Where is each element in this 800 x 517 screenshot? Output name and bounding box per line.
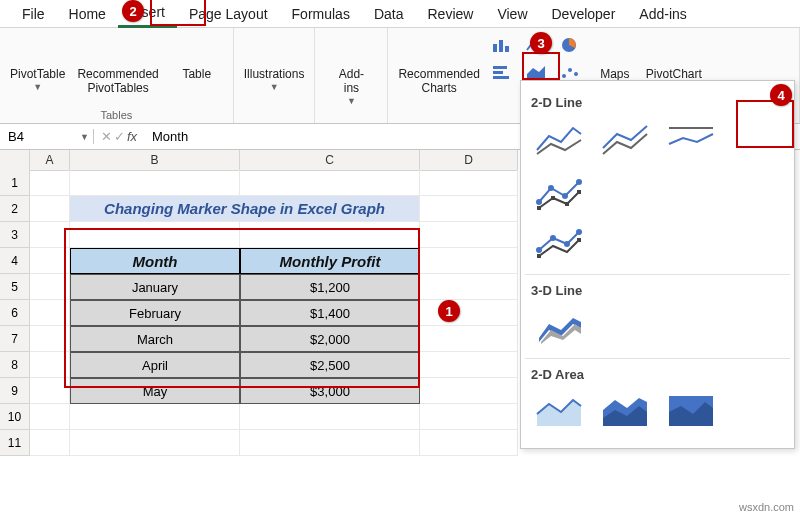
column-chart-button[interactable] (488, 32, 516, 58)
pie-chart-button[interactable] (556, 32, 584, 58)
select-all-corner[interactable] (0, 150, 30, 171)
row-header[interactable]: 9 (0, 378, 30, 404)
cell-d9[interactable] (420, 378, 518, 404)
data-month[interactable]: May (70, 378, 240, 404)
svg-point-36 (562, 193, 568, 199)
header-month[interactable]: Month (70, 248, 240, 274)
data-month[interactable]: January (70, 274, 240, 300)
maps-button[interactable]: Maps (592, 32, 638, 84)
bar-chart-button[interactable] (488, 60, 516, 86)
cell-c11[interactable] (240, 430, 420, 456)
data-month[interactable]: April (70, 352, 240, 378)
cell-d8[interactable] (420, 352, 518, 378)
area-option[interactable] (533, 390, 585, 430)
cell-a5[interactable] (30, 274, 70, 300)
line-with-markers-option[interactable] (533, 172, 585, 212)
svg-point-27 (562, 74, 566, 78)
svg-rect-25 (493, 76, 509, 79)
chevron-down-icon: ▼ (347, 96, 356, 106)
illustrations-button[interactable]: Illustrations ▼ (240, 32, 309, 94)
stacked-area-option[interactable] (599, 390, 651, 430)
tab-formulas[interactable]: Formulas (280, 1, 362, 27)
cell-b11[interactable] (70, 430, 240, 456)
cell-b10[interactable] (70, 404, 240, 430)
data-profit[interactable]: $2,500 (240, 352, 420, 378)
stacked-line-option[interactable] (599, 118, 651, 158)
cell-d11[interactable] (420, 430, 518, 456)
percent-stacked-line-option[interactable] (665, 118, 717, 158)
cell-d6[interactable] (420, 300, 518, 326)
cell-a6[interactable] (30, 300, 70, 326)
stacked-line-markers-option[interactable] (533, 222, 585, 262)
cell-d2[interactable] (420, 196, 518, 222)
cell-b1[interactable] (70, 170, 240, 196)
col-b[interactable]: B (70, 150, 240, 171)
tab-developer[interactable]: Developer (540, 1, 628, 27)
row-header[interactable]: 4 (0, 248, 30, 274)
svg-point-34 (536, 199, 542, 205)
cell-b3[interactable] (70, 222, 240, 248)
tab-home[interactable]: Home (57, 1, 118, 27)
cell-a7[interactable] (30, 326, 70, 352)
confirm-icon: ✓ (114, 129, 125, 144)
data-profit[interactable]: $3,000 (240, 378, 420, 404)
tab-addins[interactable]: Add-ins (627, 1, 698, 27)
addins-button[interactable]: Add- ins ▼ (321, 32, 381, 108)
cell-a11[interactable] (30, 430, 70, 456)
cell-d7[interactable] (420, 326, 518, 352)
tab-data[interactable]: Data (362, 1, 416, 27)
cell-c10[interactable] (240, 404, 420, 430)
cell-a2[interactable] (30, 196, 70, 222)
data-profit[interactable]: $1,400 (240, 300, 420, 326)
tab-file[interactable]: File (10, 1, 57, 27)
cell-a10[interactable] (30, 404, 70, 430)
row-header[interactable]: 7 (0, 326, 30, 352)
rec-charts-button[interactable]: ? Recommended Charts (394, 32, 483, 98)
cell-a1[interactable] (30, 170, 70, 196)
cell-d4[interactable] (420, 248, 518, 274)
section-3d-line: 3-D Line (531, 283, 786, 298)
title-cell[interactable]: Changing Marker Shape in Excel Graph (70, 196, 420, 222)
row-header[interactable]: 11 (0, 430, 30, 456)
cell-d1[interactable] (420, 170, 518, 196)
cell-c3[interactable] (240, 222, 420, 248)
callout-2: 2 (122, 0, 144, 22)
cell-c1[interactable] (240, 170, 420, 196)
percent-area-option[interactable] (665, 390, 717, 430)
row-header[interactable]: 2 (0, 196, 30, 222)
col-c[interactable]: C (240, 150, 420, 171)
svg-rect-19 (493, 44, 497, 52)
cell-a9[interactable] (30, 378, 70, 404)
cell-d5[interactable] (420, 274, 518, 300)
row-header[interactable]: 8 (0, 352, 30, 378)
fx-controls[interactable]: ✕ ✓ fx (94, 129, 144, 144)
line-chart-option[interactable] (533, 118, 585, 158)
tab-view[interactable]: View (485, 1, 539, 27)
header-profit[interactable]: Monthly Profit (240, 248, 420, 274)
tab-review[interactable]: Review (416, 1, 486, 27)
cell-d10[interactable] (420, 404, 518, 430)
row-header[interactable]: 5 (0, 274, 30, 300)
name-box[interactable]: B4 ▼ (0, 129, 94, 144)
3d-line-option[interactable] (533, 306, 585, 346)
pivottable-button[interactable]: PivotTable ▼ (6, 32, 69, 98)
pivotchart-button[interactable]: PivotChart (642, 32, 706, 84)
cell-a3[interactable] (30, 222, 70, 248)
row-header[interactable]: 10 (0, 404, 30, 430)
tab-page-layout[interactable]: Page Layout (177, 1, 280, 27)
data-profit[interactable]: $2,000 (240, 326, 420, 352)
data-profit[interactable]: $1,200 (240, 274, 420, 300)
col-a[interactable]: A (30, 150, 70, 171)
table-button[interactable]: Table (167, 32, 227, 98)
data-month[interactable]: March (70, 326, 240, 352)
data-month[interactable]: February (70, 300, 240, 326)
row-header[interactable]: 1 (0, 170, 30, 196)
cell-d3[interactable] (420, 222, 518, 248)
rec-pivottables-button[interactable]: ? Recommended PivotTables (73, 32, 162, 98)
col-d[interactable]: D (420, 150, 518, 171)
cell-a8[interactable] (30, 352, 70, 378)
watermark: wsxdn.com (739, 501, 794, 513)
cell-a4[interactable] (30, 248, 70, 274)
row-header[interactable]: 3 (0, 222, 30, 248)
row-header[interactable]: 6 (0, 300, 30, 326)
